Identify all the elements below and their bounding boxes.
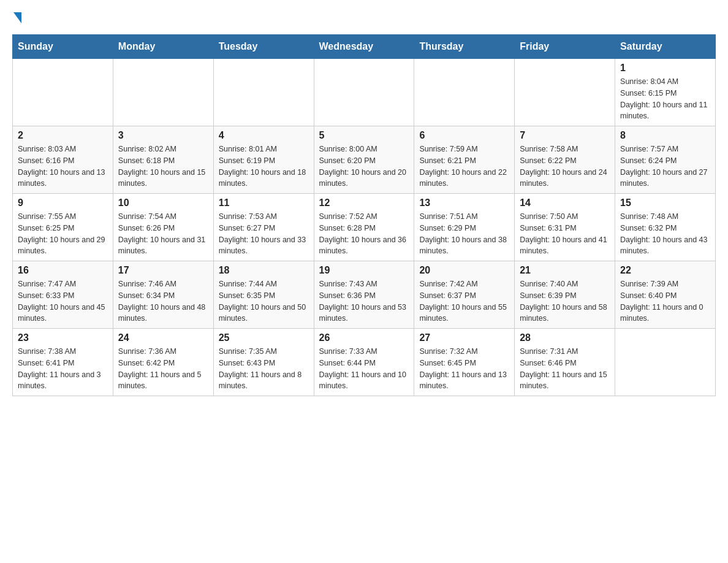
calendar-cell xyxy=(615,329,716,396)
calendar-cell: 2Sunrise: 8:03 AMSunset: 6:16 PMDaylight… xyxy=(13,126,113,194)
weekday-header-friday: Friday xyxy=(515,35,615,59)
day-number: 11 xyxy=(219,197,309,209)
day-info: Sunrise: 7:44 AMSunset: 6:35 PMDaylight:… xyxy=(219,278,309,324)
day-number: 22 xyxy=(620,265,710,276)
calendar-cell: 8Sunrise: 7:57 AMSunset: 6:24 PMDaylight… xyxy=(615,126,716,194)
day-info: Sunrise: 7:40 AMSunset: 6:39 PMDaylight:… xyxy=(520,278,610,324)
day-info: Sunrise: 8:00 AMSunset: 6:20 PMDaylight:… xyxy=(319,144,409,190)
day-number: 9 xyxy=(18,197,108,209)
day-info: Sunrise: 7:33 AMSunset: 6:44 PMDaylight:… xyxy=(319,346,409,392)
calendar-cell: 15Sunrise: 7:48 AMSunset: 6:32 PMDayligh… xyxy=(615,194,716,261)
calendar-cell xyxy=(414,59,515,126)
calendar-cell: 1Sunrise: 8:04 AMSunset: 6:15 PMDaylight… xyxy=(615,59,716,126)
day-number: 19 xyxy=(319,265,409,276)
page-header xyxy=(12,12,716,22)
calendar-cell: 14Sunrise: 7:50 AMSunset: 6:31 PMDayligh… xyxy=(515,194,615,261)
calendar-cell: 18Sunrise: 7:44 AMSunset: 6:35 PMDayligh… xyxy=(213,261,314,329)
calendar-week-row: 2Sunrise: 8:03 AMSunset: 6:16 PMDaylight… xyxy=(13,126,716,194)
calendar-cell: 20Sunrise: 7:42 AMSunset: 6:37 PMDayligh… xyxy=(414,261,515,329)
calendar-cell: 12Sunrise: 7:52 AMSunset: 6:28 PMDayligh… xyxy=(314,194,414,261)
day-number: 23 xyxy=(18,332,108,343)
calendar-cell: 17Sunrise: 7:46 AMSunset: 6:34 PMDayligh… xyxy=(113,261,213,329)
calendar-cell: 26Sunrise: 7:33 AMSunset: 6:44 PMDayligh… xyxy=(314,329,414,396)
day-number: 20 xyxy=(419,265,509,276)
calendar-cell xyxy=(113,59,213,126)
weekday-header-thursday: Thursday xyxy=(414,35,515,59)
day-info: Sunrise: 7:51 AMSunset: 6:29 PMDaylight:… xyxy=(419,211,509,257)
day-info: Sunrise: 7:39 AMSunset: 6:40 PMDaylight:… xyxy=(620,278,710,324)
day-number: 10 xyxy=(118,197,208,209)
calendar-cell: 13Sunrise: 7:51 AMSunset: 6:29 PMDayligh… xyxy=(414,194,515,261)
day-number: 24 xyxy=(118,332,208,343)
calendar-cell: 5Sunrise: 8:00 AMSunset: 6:20 PMDaylight… xyxy=(314,126,414,194)
calendar-cell xyxy=(314,59,414,126)
calendar-cell: 19Sunrise: 7:43 AMSunset: 6:36 PMDayligh… xyxy=(314,261,414,329)
logo-triangle-icon xyxy=(13,12,21,23)
day-number: 21 xyxy=(520,265,610,276)
day-number: 3 xyxy=(118,130,208,141)
day-info: Sunrise: 7:55 AMSunset: 6:25 PMDaylight:… xyxy=(18,211,108,257)
day-info: Sunrise: 7:54 AMSunset: 6:26 PMDaylight:… xyxy=(118,211,208,257)
day-info: Sunrise: 7:46 AMSunset: 6:34 PMDaylight:… xyxy=(118,278,208,324)
calendar-cell: 23Sunrise: 7:38 AMSunset: 6:41 PMDayligh… xyxy=(13,329,113,396)
calendar-cell: 11Sunrise: 7:53 AMSunset: 6:27 PMDayligh… xyxy=(213,194,314,261)
day-number: 8 xyxy=(620,130,710,141)
weekday-header-wednesday: Wednesday xyxy=(314,35,414,59)
calendar-cell: 28Sunrise: 7:31 AMSunset: 6:46 PMDayligh… xyxy=(515,329,615,396)
calendar-cell: 16Sunrise: 7:47 AMSunset: 6:33 PMDayligh… xyxy=(13,261,113,329)
calendar-week-row: 9Sunrise: 7:55 AMSunset: 6:25 PMDaylight… xyxy=(13,194,716,261)
calendar-cell: 27Sunrise: 7:32 AMSunset: 6:45 PMDayligh… xyxy=(414,329,515,396)
calendar-week-row: 1Sunrise: 8:04 AMSunset: 6:15 PMDaylight… xyxy=(13,59,716,126)
calendar-cell: 3Sunrise: 8:02 AMSunset: 6:18 PMDaylight… xyxy=(113,126,213,194)
day-number: 12 xyxy=(319,197,409,209)
day-number: 2 xyxy=(18,130,108,141)
day-number: 17 xyxy=(118,265,208,276)
calendar-cell: 21Sunrise: 7:40 AMSunset: 6:39 PMDayligh… xyxy=(515,261,615,329)
calendar-cell: 6Sunrise: 7:59 AMSunset: 6:21 PMDaylight… xyxy=(414,126,515,194)
calendar-cell: 9Sunrise: 7:55 AMSunset: 6:25 PMDaylight… xyxy=(13,194,113,261)
calendar-week-row: 23Sunrise: 7:38 AMSunset: 6:41 PMDayligh… xyxy=(13,329,716,396)
calendar-cell: 7Sunrise: 7:58 AMSunset: 6:22 PMDaylight… xyxy=(515,126,615,194)
day-info: Sunrise: 7:48 AMSunset: 6:32 PMDaylight:… xyxy=(620,211,710,257)
day-number: 26 xyxy=(319,332,409,343)
day-info: Sunrise: 7:57 AMSunset: 6:24 PMDaylight:… xyxy=(620,144,710,190)
day-info: Sunrise: 7:35 AMSunset: 6:43 PMDaylight:… xyxy=(219,346,309,392)
day-info: Sunrise: 7:31 AMSunset: 6:46 PMDaylight:… xyxy=(520,346,610,392)
calendar-cell xyxy=(213,59,314,126)
day-number: 1 xyxy=(620,63,710,74)
day-number: 15 xyxy=(620,197,710,209)
weekday-header-row: SundayMondayTuesdayWednesdayThursdayFrid… xyxy=(13,35,716,59)
weekday-header-sunday: Sunday xyxy=(13,35,113,59)
calendar-week-row: 16Sunrise: 7:47 AMSunset: 6:33 PMDayligh… xyxy=(13,261,716,329)
calendar-cell xyxy=(515,59,615,126)
day-info: Sunrise: 7:36 AMSunset: 6:42 PMDaylight:… xyxy=(118,346,208,392)
day-info: Sunrise: 7:50 AMSunset: 6:31 PMDaylight:… xyxy=(520,211,610,257)
day-info: Sunrise: 8:03 AMSunset: 6:16 PMDaylight:… xyxy=(18,144,108,190)
day-info: Sunrise: 7:43 AMSunset: 6:36 PMDaylight:… xyxy=(319,278,409,324)
day-info: Sunrise: 7:58 AMSunset: 6:22 PMDaylight:… xyxy=(520,144,610,190)
day-number: 7 xyxy=(520,130,610,141)
calendar-cell xyxy=(13,59,113,126)
day-info: Sunrise: 7:42 AMSunset: 6:37 PMDaylight:… xyxy=(419,278,509,324)
calendar-cell: 4Sunrise: 8:01 AMSunset: 6:19 PMDaylight… xyxy=(213,126,314,194)
day-info: Sunrise: 7:59 AMSunset: 6:21 PMDaylight:… xyxy=(419,144,509,190)
calendar-table: SundayMondayTuesdayWednesdayThursdayFrid… xyxy=(12,34,716,396)
weekday-header-tuesday: Tuesday xyxy=(213,35,314,59)
day-number: 4 xyxy=(219,130,309,141)
weekday-header-monday: Monday xyxy=(113,35,213,59)
day-number: 6 xyxy=(419,130,509,141)
day-number: 16 xyxy=(18,265,108,276)
calendar-cell: 25Sunrise: 7:35 AMSunset: 6:43 PMDayligh… xyxy=(213,329,314,396)
day-number: 14 xyxy=(520,197,610,209)
day-info: Sunrise: 7:32 AMSunset: 6:45 PMDaylight:… xyxy=(419,346,509,392)
day-number: 13 xyxy=(419,197,509,209)
day-number: 28 xyxy=(520,332,610,343)
day-info: Sunrise: 7:52 AMSunset: 6:28 PMDaylight:… xyxy=(319,211,409,257)
day-info: Sunrise: 7:47 AMSunset: 6:33 PMDaylight:… xyxy=(18,278,108,324)
day-number: 18 xyxy=(219,265,309,276)
day-number: 5 xyxy=(319,130,409,141)
weekday-header-saturday: Saturday xyxy=(615,35,716,59)
day-number: 27 xyxy=(419,332,509,343)
calendar-cell: 24Sunrise: 7:36 AMSunset: 6:42 PMDayligh… xyxy=(113,329,213,396)
day-info: Sunrise: 8:02 AMSunset: 6:18 PMDaylight:… xyxy=(118,144,208,190)
